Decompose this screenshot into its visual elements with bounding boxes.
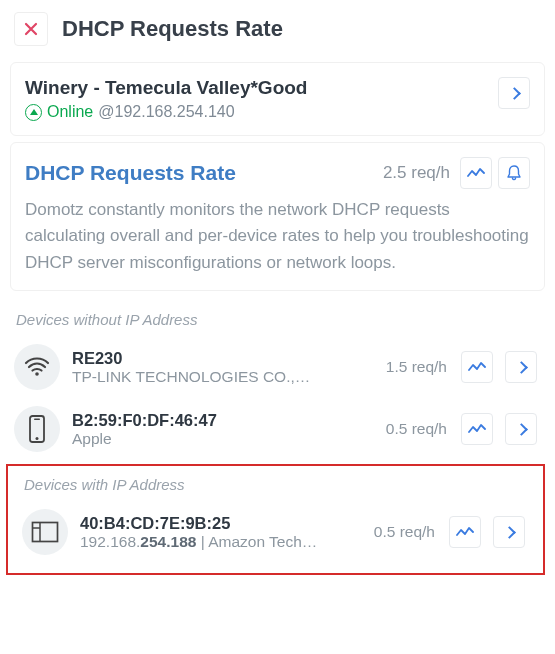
device-details-button[interactable]	[505, 351, 537, 383]
device-row: 40:B4:CD:7E:9B:25 192.168.254.188 | Amaz…	[8, 501, 543, 563]
metric-chart-button[interactable]	[460, 157, 492, 189]
metric-title: DHCP Requests Rate	[25, 161, 236, 185]
page-title: DHCP Requests Rate	[62, 16, 283, 42]
agent-panel: Winery - Temecula Valley*Good Online @19…	[10, 62, 545, 136]
device-icon-wrap	[14, 344, 60, 390]
device-chart-button[interactable]	[461, 413, 493, 445]
close-icon	[24, 22, 38, 36]
agent-ip: @192.168.254.140	[98, 103, 234, 121]
agent-status-text: Online	[47, 103, 93, 121]
group-label-with-ip: Devices with IP Address	[8, 466, 543, 501]
chevron-right-icon	[515, 423, 528, 436]
chevron-right-icon	[503, 526, 516, 539]
svg-rect-2	[34, 419, 40, 421]
device-chart-button[interactable]	[461, 351, 493, 383]
device-rate: 0.5 req/h	[386, 420, 447, 438]
agent-status-row: Online @192.168.254.140	[25, 103, 307, 121]
device-details-button[interactable]	[493, 516, 525, 548]
agent-title: Winery - Temecula Valley*Good	[25, 77, 307, 99]
metric-rate: 2.5 req/h	[383, 163, 450, 183]
svg-rect-4	[33, 523, 58, 542]
device-name: 40:B4:CD:7E:9B:25	[80, 514, 362, 533]
chart-icon	[468, 361, 486, 373]
bell-icon	[507, 165, 521, 181]
device-rate: 1.5 req/h	[386, 358, 447, 376]
highlighted-section: Devices with IP Address 40:B4:CD:7E:9B:2…	[6, 464, 545, 575]
svg-point-3	[36, 437, 39, 440]
close-button[interactable]	[14, 12, 48, 46]
device-chart-button[interactable]	[449, 516, 481, 548]
metric-alert-button[interactable]	[498, 157, 530, 189]
phone-icon	[28, 415, 46, 443]
chart-icon	[456, 526, 474, 538]
device-icon-wrap	[22, 509, 68, 555]
chart-icon	[468, 423, 486, 435]
device-sub: TP-LINK TECHNOLOGIES CO.,…	[72, 368, 342, 386]
svg-point-0	[35, 372, 39, 376]
device-icon-wrap	[14, 406, 60, 452]
chevron-right-icon	[515, 361, 528, 374]
agent-details-button[interactable]	[498, 77, 530, 109]
device-rate: 0.5 req/h	[374, 523, 435, 541]
device-sub: Apple	[72, 430, 342, 448]
chart-icon	[467, 167, 485, 179]
device-row: B2:59:F0:DF:46:47 Apple 0.5 req/h	[0, 398, 555, 460]
chevron-right-icon	[508, 87, 521, 100]
device-name: RE230	[72, 349, 374, 368]
wifi-icon	[24, 357, 50, 377]
online-status-icon	[25, 104, 42, 121]
page-header: DHCP Requests Rate	[0, 0, 555, 56]
metric-description: Domotz constantly monitors the network D…	[25, 197, 530, 276]
group-label-no-ip: Devices without IP Address	[0, 297, 555, 336]
device-row: RE230 TP-LINK TECHNOLOGIES CO.,… 1.5 req…	[0, 336, 555, 398]
device-details-button[interactable]	[505, 413, 537, 445]
metric-panel: DHCP Requests Rate 2.5 req/h Domotz cons…	[10, 142, 545, 291]
device-name: B2:59:F0:DF:46:47	[72, 411, 374, 430]
device-generic-icon	[31, 521, 59, 543]
device-sub: 192.168.254.188 | Amazon Tech…	[80, 533, 350, 551]
